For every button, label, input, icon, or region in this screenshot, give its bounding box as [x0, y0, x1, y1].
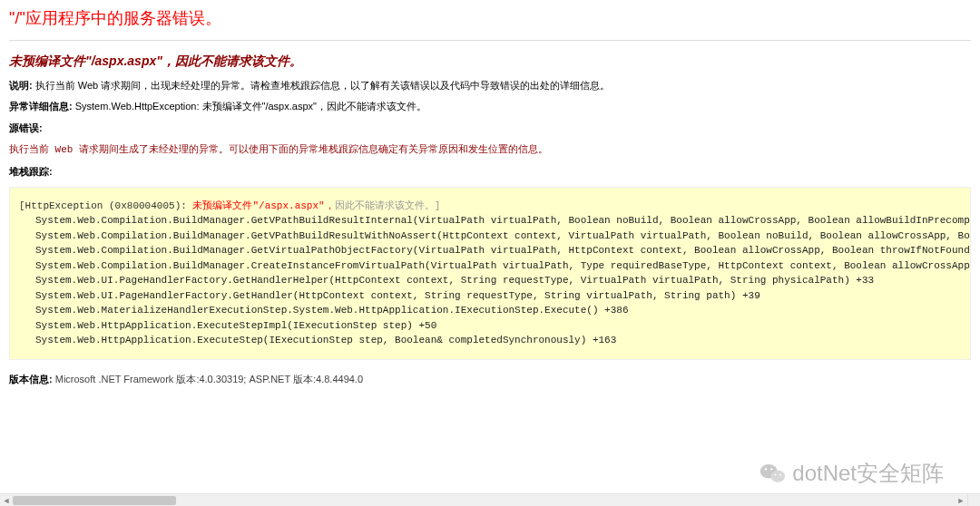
exception-tail: 因此不能请求该文件。]: [335, 200, 441, 211]
exception-main: 未预编译文件"/aspx.aspx"，: [192, 200, 334, 211]
horizontal-scrollbar[interactable]: ◄ ►: [0, 493, 967, 506]
stack-trace-block: [HttpException (0x80004005): 未预编译文件"/asp…: [9, 187, 971, 360]
stack-trace-row: System.Web.Compilation.BuildManager.GetV…: [19, 229, 961, 244]
stack-trace-row: System.Web.UI.PageHandlerFactory.GetHand…: [19, 288, 961, 304]
source-error-label: 源错误:: [9, 122, 43, 133]
scroll-right-arrow-icon[interactable]: ►: [955, 494, 967, 506]
svg-point-0: [760, 464, 778, 479]
version-text: Microsoft .NET Framework 版本:4.0.30319; A…: [53, 374, 363, 384]
wechat-icon: [760, 462, 785, 484]
svg-point-5: [779, 474, 781, 476]
version-info: 版本信息: Microsoft .NET Framework 版本:4.0.30…: [9, 373, 971, 386]
exception-details-text: System.Web.HttpException: 未预编译文件"/aspx.a…: [73, 101, 426, 112]
stack-trace-row: System.Web.HttpApplication.ExecuteStep(I…: [19, 333, 961, 348]
scroll-corner: [967, 493, 980, 506]
exception-details-label: 异常详细信息:: [9, 101, 73, 112]
divider: [9, 40, 971, 41]
error-page: "/"应用程序中的服务器错误。 未预编译文件"/aspx.aspx"，因此不能请…: [0, 0, 980, 394]
description-text: 执行当前 Web 请求期间，出现未经处理的异常。请检查堆栈跟踪信息，以了解有关该…: [33, 80, 611, 91]
scroll-left-arrow-icon[interactable]: ◄: [0, 494, 13, 506]
exception-details-line: 异常详细信息: System.Web.HttpException: 未预编译文件…: [9, 100, 971, 113]
description-line: 说明: 执行当前 Web 请求期间，出现未经处理的异常。请检查堆栈跟踪信息，以了…: [9, 79, 971, 92]
stack-trace-label-line: 堆栈跟踪:: [9, 165, 971, 179]
stack-trace-row: System.Web.HttpApplication.ExecuteStepIm…: [19, 318, 961, 334]
svg-point-3: [770, 468, 772, 470]
stack-trace-row: System.Web.Compilation.BuildManager.GetV…: [19, 243, 961, 258]
page-title: "/"应用程序中的服务器错误。: [9, 7, 971, 34]
stack-trace-row: System.Web.UI.PageHandlerFactory.GetHand…: [19, 273, 961, 288]
source-error-line: 源错误:: [9, 122, 971, 135]
source-error-message: 执行当前 Web 请求期间生成了未经处理的异常。可以使用下面的异常堆栈跟踪信息确…: [9, 142, 971, 156]
svg-point-4: [775, 474, 777, 476]
watermark: dotNet安全矩阵: [760, 459, 944, 488]
stack-trace-row: System.Web.Compilation.BuildManager.Crea…: [19, 258, 961, 274]
watermark-text: dotNet安全矩阵: [792, 459, 944, 488]
stack-trace-row: System.Web.Compilation.BuildManager.GetV…: [19, 213, 961, 229]
exception-prefix: [HttpException (0x80004005):: [19, 200, 192, 211]
exception-header: [HttpException (0x80004005): 未预编译文件"/asp…: [19, 199, 961, 214]
stack-trace-row: System.Web.MaterializeHandlerExecutionSt…: [19, 303, 961, 318]
scroll-thumb[interactable]: [13, 496, 176, 505]
description-label: 说明:: [9, 80, 33, 91]
version-label: 版本信息:: [9, 374, 53, 384]
svg-point-1: [771, 471, 786, 482]
stack-trace-label: 堆栈跟踪:: [9, 166, 53, 177]
error-subtitle: 未预编译文件"/aspx.aspx"，因此不能请求该文件。: [9, 54, 971, 70]
svg-point-2: [765, 468, 767, 470]
